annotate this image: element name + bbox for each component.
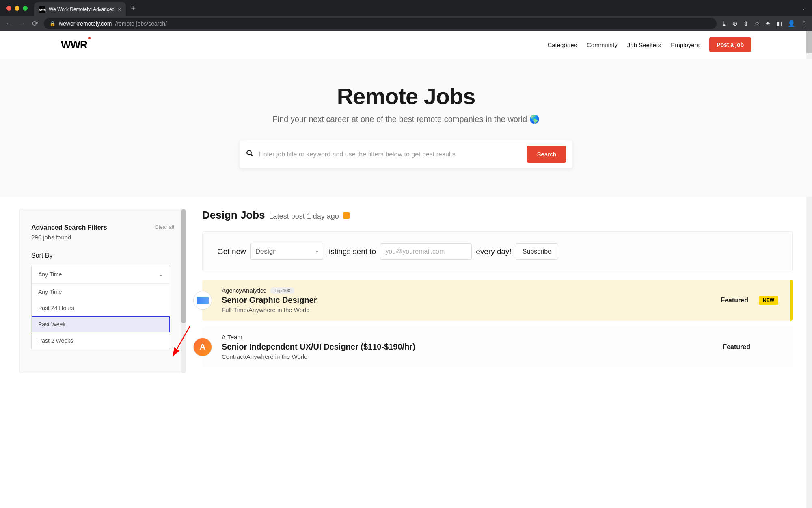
job-title: Senior Graphic Designer	[222, 295, 713, 305]
nav-employers[interactable]: Employers	[671, 41, 700, 48]
extensions-icon[interactable]: ✦	[765, 20, 771, 27]
sort-option-past-2-weeks[interactable]: Past 2 Weeks	[32, 332, 170, 349]
tab-title: We Work Remotely: Advanced	[49, 7, 114, 12]
hero-section: Remote Jobs Find your next career at one…	[0, 59, 812, 197]
svg-point-0	[247, 150, 251, 155]
filters-scrollbar-thumb[interactable]	[181, 209, 186, 323]
search-input[interactable]	[259, 151, 521, 158]
sort-label: Sort By	[31, 252, 174, 259]
browser-tab-bar: WWR We Work Remotely: Advanced × + ⌄	[0, 0, 812, 16]
subscribe-text-mid: listings sent to	[327, 247, 376, 256]
latest-post-text: Latest post 1 day ago	[269, 212, 339, 221]
sort-dropdown-options: Any Time Past 24 Hours Past Week Past 2 …	[32, 283, 170, 349]
filters-panel: Advanced Search Filters Clear all 296 jo…	[19, 209, 186, 373]
subscribe-email-input[interactable]	[380, 243, 472, 260]
close-tab-icon[interactable]: ×	[118, 6, 121, 13]
profile-icon[interactable]: 👤	[788, 20, 795, 27]
sort-option-past-week[interactable]: Past Week	[32, 316, 170, 332]
browser-toolbar: ← → ⟳ 🔒 weworkremotely.com/remote-jobs/s…	[0, 16, 812, 31]
window-controls	[6, 6, 28, 11]
hero-subtitle: Find your next career at one of the best…	[0, 114, 812, 124]
bookmark-icon[interactable]: ☆	[754, 20, 760, 27]
share-icon[interactable]: ⇧	[743, 20, 749, 27]
top100-badge: Top 100	[270, 287, 294, 294]
new-badge: NEW	[759, 296, 778, 305]
rss-icon[interactable]	[343, 212, 350, 219]
sort-dropdown[interactable]: Any Time ⌄ Any Time Past 24 Hours Past W…	[31, 265, 170, 349]
job-title: Senior Independent UX/UI Designer ($110-…	[222, 342, 715, 352]
minimize-window-button[interactable]	[15, 6, 19, 11]
results-section: Design Jobs Latest post 1 day ago Get ne…	[202, 209, 793, 373]
job-card[interactable]: A A.Team Senior Independent UX/UI Design…	[202, 326, 793, 367]
browser-toolbar-icons: ⤓ ⊕ ⇧ ☆ ✦ ◧ 👤 ⋮	[721, 20, 807, 27]
results-header: Design Jobs Latest post 1 day ago	[202, 209, 793, 221]
nav-categories[interactable]: Categories	[547, 41, 577, 48]
jobs-found-count: 296 jobs found	[31, 234, 174, 241]
search-icon	[246, 150, 253, 159]
address-bar[interactable]: 🔒 weworkremotely.com/remote-jobs/search/	[44, 18, 717, 29]
lock-icon: 🔒	[50, 21, 56, 26]
subscribe-category-select[interactable]: Design	[250, 243, 323, 260]
job-logo: A	[193, 338, 212, 356]
chevron-down-icon: ⌄	[159, 271, 163, 277]
job-featured-label: Featured	[723, 343, 750, 351]
job-card[interactable]: AgencyAnalytics Top 100 Senior Graphic D…	[202, 280, 793, 321]
results-title: Design Jobs	[202, 209, 265, 221]
job-content: AgencyAnalytics Top 100 Senior Graphic D…	[222, 287, 713, 313]
page-content: WWR Categories Community Job Seekers Emp…	[0, 31, 812, 508]
job-meta: Full-Time/Anywhere in the World	[222, 306, 713, 313]
nav-community[interactable]: Community	[587, 41, 618, 48]
svg-line-1	[251, 154, 253, 156]
site-logo[interactable]: WWR	[61, 39, 87, 51]
main-nav: Categories Community Job Seekers Employe…	[547, 37, 751, 52]
forward-button[interactable]: →	[18, 20, 26, 28]
content-area: Advanced Search Filters Clear all 296 jo…	[0, 197, 812, 373]
site-header: WWR Categories Community Job Seekers Emp…	[0, 31, 812, 59]
zoom-icon[interactable]: ⊕	[732, 20, 738, 27]
install-icon[interactable]: ⤓	[721, 20, 727, 27]
subscribe-text-after: every day!	[476, 247, 512, 256]
job-company: A.Team	[222, 334, 242, 341]
url-path: /remote-jobs/search/	[115, 20, 167, 27]
close-window-button[interactable]	[6, 6, 11, 11]
filters-title: Advanced Search Filters	[31, 224, 107, 231]
page-scrollbar-thumb[interactable]	[806, 31, 812, 53]
sort-selected-value: Any Time	[38, 271, 62, 278]
subscribe-button[interactable]: Subscribe	[516, 243, 558, 260]
subscribe-text-before: Get new	[217, 247, 246, 256]
new-tab-button[interactable]: +	[131, 4, 135, 13]
tabs-chevron-icon[interactable]: ⌄	[801, 5, 806, 11]
job-logo	[193, 291, 212, 310]
filters-header: Advanced Search Filters Clear all	[31, 224, 174, 231]
sort-dropdown-selected[interactable]: Any Time ⌄	[32, 265, 170, 283]
clear-all-link[interactable]: Clear all	[155, 224, 174, 231]
reload-button[interactable]: ⟳	[31, 19, 39, 28]
job-meta: Contract/Anywhere in the World	[222, 353, 715, 360]
job-content: A.Team Senior Independent UX/UI Designer…	[222, 334, 715, 360]
filters-scrollbar[interactable]	[181, 209, 186, 373]
maximize-window-button[interactable]	[23, 6, 28, 11]
back-button[interactable]: ←	[5, 20, 13, 28]
post-job-button[interactable]: Post a job	[709, 37, 751, 52]
nav-job-seekers[interactable]: Job Seekers	[627, 41, 661, 48]
sort-option-past-24-hours[interactable]: Past 24 Hours	[32, 300, 170, 316]
menu-icon[interactable]: ⋮	[801, 20, 807, 27]
subscribe-bar: Get new Design listings sent to every da…	[202, 231, 793, 271]
tab-favicon-icon: WWR	[39, 6, 45, 13]
side-panel-icon[interactable]: ◧	[776, 20, 782, 27]
search-box: Search	[240, 140, 572, 168]
url-host: weworkremotely.com	[59, 20, 112, 27]
job-company: AgencyAnalytics	[222, 287, 266, 294]
search-button[interactable]: Search	[527, 146, 566, 163]
job-featured-label: Featured	[721, 297, 748, 304]
hero-title: Remote Jobs	[0, 83, 812, 109]
browser-tab[interactable]: WWR We Work Remotely: Advanced ×	[34, 2, 126, 16]
sort-option-any-time[interactable]: Any Time	[32, 284, 170, 300]
